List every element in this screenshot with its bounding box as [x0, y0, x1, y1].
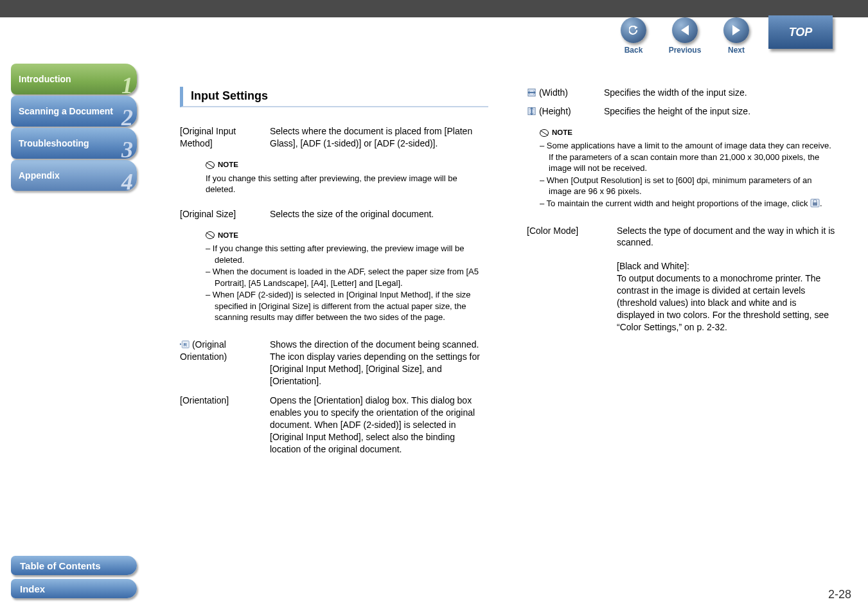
note-block: NOTE – If you change this setting after … [206, 231, 488, 323]
previous-label: Previous [669, 46, 702, 55]
def-term-original-input: [Original Input Method] [180, 125, 270, 150]
content-area: Input Settings [Original Input Method] S… [180, 87, 842, 462]
svg-line-11 [540, 130, 548, 136]
note-list: – If you change this setting after previ… [206, 243, 488, 323]
definition-row: (Width) Specifies the width of the input… [527, 87, 835, 99]
height-icon [527, 107, 536, 116]
toc-label: Table of Contents [20, 560, 101, 571]
note-text: If you change this setting after preview… [206, 173, 488, 195]
back-button[interactable]: Back [614, 17, 653, 55]
def-term-text: (Width) [536, 87, 568, 98]
note-item-tail: . [820, 199, 822, 208]
next-icon [731, 24, 741, 36]
index-label: Index [20, 583, 45, 594]
previous-button[interactable]: Previous [666, 17, 704, 55]
def-term-original-orientation: R (Original Orientation) [180, 339, 270, 387]
definition-row: [Color Mode] Selects the type of documen… [527, 225, 835, 333]
note-icon [206, 231, 215, 240]
note-item: – Some applications have a limit to the … [540, 140, 835, 174]
note-block: NOTE – Some applications have a limit to… [540, 128, 835, 209]
sub-desc: To output documents to a monochrome prin… [617, 272, 835, 333]
sub-title: [Black and White]: [617, 260, 835, 272]
svg-line-1 [206, 163, 214, 168]
def-term-orientation: [Orientation] [180, 395, 270, 455]
def-desc: Specifies the height of the input size. [604, 105, 835, 118]
note-item-text: – To maintain the current width and heig… [540, 199, 810, 208]
sidebar: Introduction 1 Scanning a Document 2 Tro… [11, 64, 138, 192]
top-bar [0, 0, 868, 17]
tab-number: 3 [121, 136, 133, 163]
next-label: Next [728, 46, 745, 55]
index-button[interactable]: Index [11, 579, 137, 598]
sidebar-item-troubleshooting[interactable]: Troubleshooting 3 [11, 128, 137, 159]
note-item: – When the document is loaded in the ADF… [206, 266, 488, 289]
back-icon [629, 26, 639, 35]
def-desc: Specifies the width of the input size. [604, 87, 835, 99]
note-item: – To maintain the current width and heig… [540, 198, 835, 209]
lock-ratio-icon [810, 199, 820, 208]
svg-text:R: R [184, 342, 188, 348]
back-label: Back [624, 46, 643, 55]
def-desc: Shows the direction of the document bein… [270, 339, 488, 387]
def-term-color-mode: [Color Mode] [527, 225, 617, 333]
table-of-contents-button[interactable]: Table of Contents [11, 556, 137, 575]
definition-row: [Original Input Method] Selects where th… [180, 125, 488, 150]
def-desc: Selects the type of document and the way… [617, 225, 835, 333]
definition-row: [Original Size] Selects the size of the … [180, 208, 488, 220]
definition-row: (Height) Specifies the height of the inp… [527, 105, 835, 118]
tab-number: 1 [121, 72, 133, 99]
note-label-text: NOTE [218, 160, 238, 170]
next-button[interactable]: Next [717, 17, 756, 55]
previous-icon [680, 24, 690, 36]
note-label: NOTE [540, 128, 835, 138]
def-desc: Selects where the document is placed fro… [270, 125, 488, 150]
svg-line-3 [206, 233, 214, 238]
def-desc-text: Selects the type of document and the way… [617, 225, 835, 249]
bottom-buttons: Table of Contents Index [11, 556, 138, 602]
sidebar-item-introduction[interactable]: Introduction 1 [11, 64, 137, 94]
top-label: TOP [789, 26, 813, 39]
right-column: (Width) Specifies the width of the input… [527, 87, 835, 462]
section-title: Input Settings [180, 87, 488, 107]
definition-row: R (Original Orientation) Shows the direc… [180, 339, 488, 387]
note-icon [540, 129, 549, 138]
def-term-text: (Height) [536, 106, 571, 116]
note-block: NOTE If you change this setting after pr… [206, 160, 488, 195]
sidebar-item-scanning[interactable]: Scanning a Document 2 [11, 96, 137, 127]
top-button[interactable]: TOP [768, 15, 833, 49]
orientation-icon: R [180, 340, 190, 349]
definition-row: [Orientation] Opens the [Orientation] di… [180, 395, 488, 455]
note-list: – Some applications have a limit to the … [540, 140, 835, 209]
def-desc: Opens the [Orientation] dialog box. This… [270, 395, 488, 455]
def-term-height: (Height) [527, 105, 604, 118]
tab-number: 4 [121, 168, 133, 195]
note-label: NOTE [206, 160, 488, 170]
note-item: – When [Output Resolution] is set to [60… [540, 175, 835, 197]
def-term-width: (Width) [527, 87, 604, 99]
note-item: – When [ADF (2-sided)] is selected in [O… [206, 289, 488, 323]
note-label: NOTE [206, 231, 488, 241]
left-column: Input Settings [Original Input Method] S… [180, 87, 488, 462]
svg-rect-13 [813, 202, 817, 206]
note-item: – If you change this setting after previ… [206, 243, 488, 265]
sidebar-item-appendix[interactable]: Appendix 4 [11, 160, 137, 191]
sidebar-item-label: Appendix [19, 170, 60, 181]
tab-number: 2 [121, 104, 133, 131]
width-icon [527, 88, 536, 97]
nav-bar: Back Previous Next TOP [614, 17, 868, 58]
sidebar-item-label: Troubleshooting [19, 138, 89, 148]
note-label-text: NOTE [218, 231, 238, 241]
def-desc: Selects the size of the original documen… [270, 208, 488, 220]
def-term-original-size: [Original Size] [180, 208, 270, 220]
note-label-text: NOTE [552, 128, 572, 138]
note-icon [206, 161, 215, 170]
sidebar-item-label: Introduction [19, 74, 71, 84]
sidebar-item-label: Scanning a Document [19, 106, 113, 116]
page-number: 2-28 [828, 588, 851, 601]
